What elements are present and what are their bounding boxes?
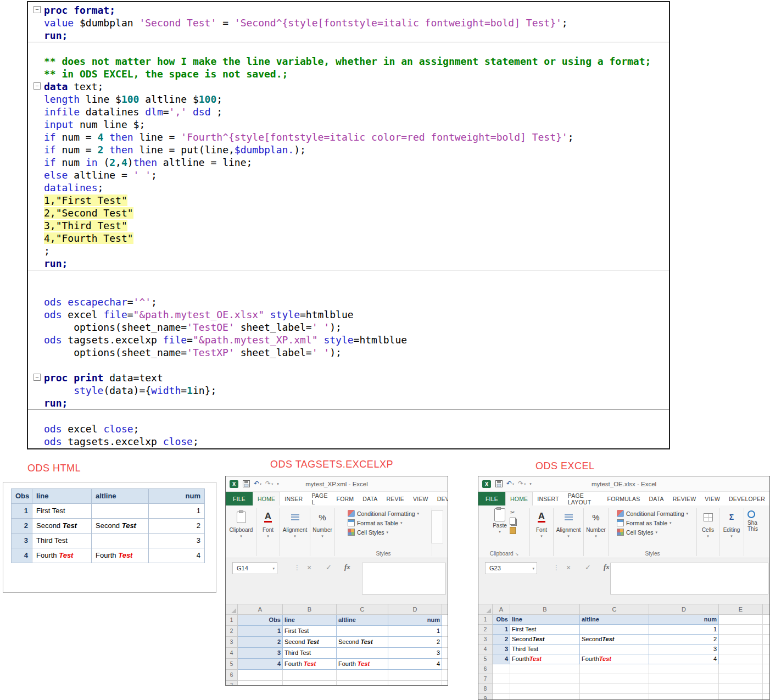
row-header-9[interactable]: 9 [478,694,493,700]
column-header-c[interactable]: C [337,604,388,615]
sheet-cell[interactable] [649,684,719,694]
sheet-cell[interactable]: 4 [649,654,719,664]
copy-icon[interactable] [510,518,516,525]
sheet-cell[interactable] [719,684,763,694]
sheet-cell[interactable] [719,635,763,645]
insert-function-icon[interactable]: fx [344,563,350,571]
sheet-cell[interactable] [719,625,763,635]
sheet-cell[interactable] [510,684,580,694]
sheet-cell[interactable]: Third Test [283,648,337,659]
cells-group[interactable]: Cells ▾ [697,507,719,558]
sheet-cell[interactable] [493,684,510,694]
sheet-cell[interactable]: 1 [649,625,719,635]
row-header-7[interactable]: 7 [478,674,493,684]
sheet-cell[interactable] [238,670,283,681]
tab-review[interactable]: REVIEW [668,492,701,505]
tab-data[interactable]: DATA [644,492,668,505]
enter-icon[interactable]: ✓ [585,563,591,571]
row-header-4[interactable]: 4 [478,645,493,654]
collapse-section-icon[interactable]: − [34,82,41,90]
number-group[interactable]: % Number ▾ [310,507,334,558]
collapse-section-icon[interactable]: − [34,374,41,381]
sheet-cell[interactable]: altline [337,615,388,626]
sheet-cell[interactable]: 3 [649,645,719,654]
tab-file[interactable]: FILE [478,492,505,505]
sheet-cell[interactable] [337,681,388,686]
cancel-icon[interactable]: × [307,563,311,572]
sheet-cell[interactable]: First Test [510,625,580,635]
sheet-cell[interactable] [283,670,337,681]
sheet-cell[interactable] [510,674,580,684]
sheet-cell[interactable]: FourthTest [510,654,580,664]
tab-devel[interactable]: DEVEL [433,492,448,505]
sheet-cell[interactable]: 1 [238,626,283,637]
row-header-8[interactable]: 8 [478,684,493,694]
sheet-cell[interactable]: Second Test [337,637,388,648]
sheet-cell[interactable]: First Test [283,626,337,637]
sheet-cell[interactable]: 3 [388,648,442,659]
row-header-6[interactable]: 6 [478,664,493,674]
dialog-launcher-icon[interactable]: ↘ [515,552,519,557]
clipboard-group[interactable]: Clipboard ▾ [226,507,256,558]
tab-home[interactable]: HOME [253,492,280,505]
sheet-cell[interactable]: FourthTest [580,654,649,664]
formula-input[interactable] [610,563,768,595]
sheet-cell[interactable] [493,694,510,700]
sheet-cell[interactable] [283,681,337,686]
sheet-cell[interactable]: 4 [493,654,510,664]
tab-file[interactable]: FILE [226,492,253,505]
enter-icon[interactable]: ✓ [326,563,332,571]
collapse-section-icon[interactable]: − [34,6,41,13]
conditional-formatting-button[interactable]: Conditional Formatting ▾ [617,510,688,517]
sheet-cell[interactable]: 2 [388,637,442,648]
row-header-3[interactable]: 3 [478,635,493,645]
sheet-cell[interactable]: line [510,615,580,625]
sheet-cell[interactable] [388,681,442,686]
cell-styles-button[interactable]: Cell Styles ▾ [348,529,419,536]
tab-formulas[interactable]: FORMULAS [603,492,645,505]
sheet-cell[interactable]: 1 [493,625,510,635]
sheet-cell[interactable] [337,670,388,681]
sheet-cell[interactable] [580,664,649,674]
sheet-cell[interactable]: 2 [238,637,283,648]
row-header-2[interactable]: 2 [478,625,493,635]
save-icon[interactable] [243,480,250,487]
sheet-cell[interactable]: line [283,615,337,626]
row-header-1[interactable]: 1 [478,615,493,625]
number-group[interactable]: % Number ▾ [584,507,608,558]
sheet-cell[interactable]: 4 [238,659,283,670]
conditional-formatting-button[interactable]: Conditional Formatting ▾ [348,510,419,517]
sheet-cell[interactable]: num [649,615,719,625]
tab-form[interactable]: FORM [332,492,359,505]
row-header-5[interactable]: 5 [226,659,238,670]
tab-insert[interactable]: INSERT [533,492,563,505]
sheet-cell[interactable] [510,694,580,700]
column-header-b[interactable]: B [283,604,337,615]
sheet-cell[interactable]: SecondTest [580,635,649,645]
sheet-cell[interactable]: 3 [238,648,283,659]
alignment-group[interactable]: Alignment ▾ [554,507,583,558]
insert-function-icon[interactable]: fx [604,563,610,571]
sheet-cell[interactable] [238,681,283,686]
tab-data[interactable]: DATA [358,492,382,505]
share-group[interactable]: Sha This [744,507,766,558]
row-header-5[interactable]: 5 [478,654,493,664]
sheet-cell[interactable]: Second Test [283,637,337,648]
undo-button[interactable]: ↶▾ [506,480,514,488]
column-header-d[interactable]: D [649,604,719,615]
sheet-cell[interactable] [580,684,649,694]
redo-button[interactable]: ↷▾ [265,480,273,488]
sheet-cell[interactable] [337,648,388,659]
sheet-cell[interactable]: SecondTest [510,635,580,645]
sheet-cell[interactable]: 2 [493,635,510,645]
tab-developer[interactable]: DEVELOPER [724,492,769,505]
tab-page-layout[interactable]: PAGE LAYOUT [563,492,603,505]
sheet-cell[interactable] [649,674,719,684]
sheet-cell[interactable] [719,615,763,625]
row-header-7[interactable]: 7 [226,681,238,686]
column-header-a[interactable]: A [493,604,510,615]
editing-group[interactable]: Σ Editing ▾ [719,507,744,558]
sheet-cell[interactable] [493,664,510,674]
sheet-cell[interactable] [580,694,649,700]
tab-view[interactable]: VIEW [409,492,433,505]
